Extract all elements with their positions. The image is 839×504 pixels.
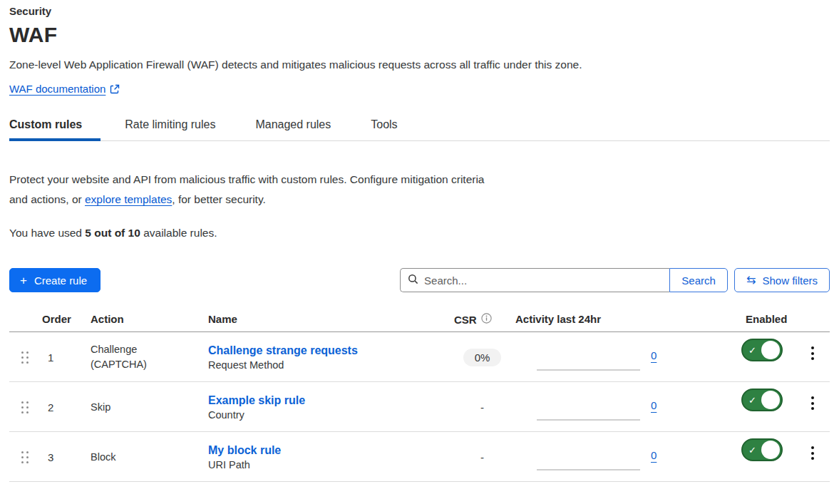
activity-count-link[interactable]: 0 [651,399,657,411]
header-csr: CSR [449,313,515,326]
search-input[interactable] [424,274,662,287]
drag-handle[interactable] [21,401,31,413]
rule-match-field: URI Path [208,459,449,470]
breadcrumb-security: Security [9,5,830,17]
header-action: Action [77,313,202,326]
header-activity: Activity last 24hr [515,313,738,326]
drag-handle[interactable] [21,451,31,463]
activity-sparkline [537,369,640,371]
usage-prefix: You have used [9,227,85,239]
activity-cell: 0 [515,432,738,482]
drag-handle[interactable] [21,351,31,364]
waf-documentation-link[interactable]: WAF documentation [9,83,105,95]
drag-cell [9,401,41,413]
check-icon: ✓ [748,445,756,456]
toggle-knob [761,391,780,409]
info-icon[interactable] [481,313,492,326]
rule-order: 3 [41,451,77,463]
search-input-wrap [400,268,669,292]
row-menu-button[interactable] [807,344,818,363]
check-icon: ✓ [748,395,756,406]
check-icon: ✓ [748,345,756,356]
header-enabled: Enabled [738,313,795,326]
table-row: 2 Skip Example skip rule Country - 0 ✓ [9,382,830,432]
search-group: Search [400,268,728,292]
usage-suffix: available rules. [140,227,217,239]
enabled-cell: ✓ [738,389,795,411]
enabled-cell: ✓ [738,438,795,461]
csr-cell: - [449,451,515,463]
table-row: 1 Challenge (CAPTCHA) Challenge strange … [9,332,830,382]
rule-action: Challenge (CAPTCHA) [77,342,202,372]
search-icon [408,274,418,287]
header-name: Name [202,313,449,326]
usage-count: 5 out of 10 [85,227,140,239]
menu-cell [807,443,818,463]
rule-action: Skip [77,400,202,415]
drag-cell [9,351,41,364]
header-menu-spacer [795,313,830,326]
activity-sparkline [537,469,640,470]
csr-value: 0% [463,349,502,366]
rule-order: 1 [41,351,77,364]
row-menu-button[interactable] [807,394,818,413]
row-menu-button[interactable] [807,443,818,463]
csr-cell: 0% [449,349,515,366]
rule-match-field: Request Method [208,359,449,371]
external-link-icon [110,84,120,94]
menu-cell [807,344,818,363]
table-row: 3 Block My block rule URI Path - 0 ✓ [9,432,830,482]
rule-name-link[interactable]: Example skip rule [208,394,305,407]
rules-table-body: 1 Challenge (CAPTCHA) Challenge strange … [9,332,830,482]
tab-managed-rules[interactable]: Managed rules [247,118,339,140]
header-csr-label: CSR [454,314,477,326]
rules-toolbar: + Create rule Search ⇆ Show fil [9,268,830,292]
page-title: WAF [9,22,830,48]
create-rule-button[interactable]: + Create rule [9,268,101,292]
show-filters-button[interactable]: ⇆ Show filters [734,268,830,292]
rule-name-link[interactable]: My block rule [208,444,281,457]
enabled-toggle[interactable]: ✓ [741,339,783,361]
rule-name-link[interactable]: Challenge strange requests [208,344,358,357]
swap-arrows-icon: ⇆ [746,274,756,286]
toggle-knob [761,341,780,359]
csr-cell: - [449,401,515,413]
plus-icon: + [20,274,27,287]
show-filters-label: Show filters [762,274,818,287]
rule-name-cell: Challenge strange requests Request Metho… [202,344,449,371]
page-description: Zone-level Web Application Firewall (WAF… [9,58,830,71]
search-area: Search ⇆ Show filters [400,268,830,292]
toggle-knob [761,441,780,459]
tab-rate-limiting-rules[interactable]: Rate limiting rules [116,118,224,140]
enabled-cell: ✓ [738,339,795,361]
header-drag-spacer [9,313,41,326]
activity-cell: 0 [515,332,738,382]
explore-templates-link[interactable]: explore templates [85,193,172,205]
rule-action: Block [77,450,202,465]
search-button[interactable]: Search [669,268,728,292]
intro-after: , for better security. [172,193,266,205]
header-order: Order [41,313,77,326]
create-rule-label: Create rule [34,274,87,287]
rule-match-field: Country [208,409,449,421]
drag-cell [9,451,41,463]
rule-order: 2 [41,401,77,413]
activity-sparkline [537,419,640,421]
enabled-toggle[interactable]: ✓ [741,438,783,461]
activity-count-link[interactable]: 0 [651,449,657,461]
rule-name-cell: Example skip rule Country [202,394,449,421]
rules-usage-text: You have used 5 out of 10 available rule… [9,227,830,240]
tab-tools[interactable]: Tools [362,118,406,140]
csr-value: - [480,451,484,463]
menu-cell [807,394,818,413]
activity-cell: 0 [515,382,738,432]
tab-custom-rules[interactable]: Custom rules [9,118,101,140]
doc-link-row: WAF documentation [9,83,830,95]
waf-tabs: Custom rulesRate limiting rulesManaged r… [9,118,830,141]
csr-value: - [480,401,484,413]
waf-page: Security WAF Zone-level Web Application … [0,0,839,482]
rule-name-cell: My block rule URI Path [202,444,449,470]
activity-count-link[interactable]: 0 [651,349,657,361]
enabled-toggle[interactable]: ✓ [741,389,783,411]
intro-text: Protect your website and API from malici… [9,170,494,210]
